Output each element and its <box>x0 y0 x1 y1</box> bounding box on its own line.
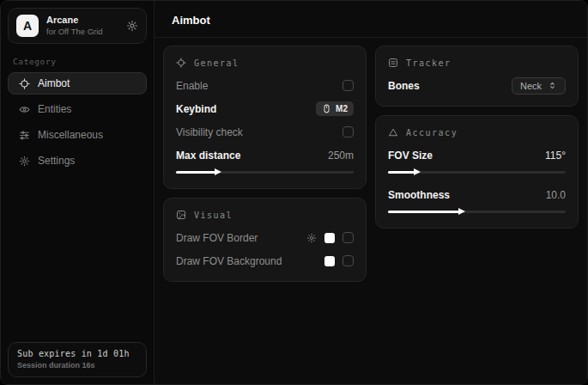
sidebar-item-label: Miscellaneous <box>38 129 103 141</box>
bones-label: Bones <box>388 80 420 92</box>
category-label: Category <box>13 57 142 66</box>
gear-icon[interactable] <box>306 233 317 243</box>
visibility-check-row: Visibility check <box>176 123 354 141</box>
gear-icon <box>19 156 30 167</box>
triangle-icon <box>388 127 398 138</box>
slider-thumb[interactable] <box>458 208 465 215</box>
sidebar-item-entities[interactable]: Entities <box>8 98 147 120</box>
sidebar-item-label: Entities <box>38 103 71 115</box>
app-subtitle: for Off The Grid <box>46 27 103 37</box>
visibility-check-checkbox[interactable] <box>342 126 354 138</box>
visual-card: Visual Draw FOV Border Draw <box>163 198 367 282</box>
card-title: Accuracy <box>406 128 458 138</box>
draw-fov-background-checkbox[interactable] <box>342 255 354 266</box>
eye-icon <box>19 104 30 115</box>
keybind-label: Keybind <box>176 103 216 115</box>
smoothness-row: Smoothness 10.0 <box>388 186 566 204</box>
draw-fov-border-row: Draw FOV Border <box>176 229 354 247</box>
card-title: Visual <box>194 211 233 220</box>
main-header: Aimbot <box>155 1 587 38</box>
general-card: General Enable Keybind M2 <box>163 46 367 189</box>
image-icon <box>176 210 186 220</box>
crosshair-icon <box>19 78 30 89</box>
slider-thumb[interactable] <box>215 168 221 175</box>
fov-border-color-swatch[interactable] <box>324 233 335 243</box>
keybind-value: M2 <box>336 104 348 113</box>
max-distance-row: Max distance 250m <box>176 146 354 164</box>
max-distance-slider[interactable] <box>176 167 354 177</box>
fov-size-row: FOV Size 115° <box>388 146 566 164</box>
sidebar-item-aimbot[interactable]: Aimbot <box>8 72 147 95</box>
sub-expires-text: Sub expires in 1d 01h <box>17 349 137 358</box>
crosshair-icon <box>176 58 186 68</box>
app-window: A Arcane for Off The Grid Category Aimbo… <box>0 0 588 385</box>
chevron-up-down-icon <box>548 81 557 90</box>
keybind-button[interactable]: M2 <box>316 101 354 116</box>
fov-size-label: FOV Size <box>388 150 433 162</box>
bones-row: Bones Neck <box>388 76 566 95</box>
card-title: Tracker <box>406 58 452 68</box>
sliders-icon <box>19 130 30 141</box>
brand-card: A Arcane for Off The Grid <box>8 8 147 44</box>
card-title: General <box>194 58 239 68</box>
smoothness-value: 10.0 <box>546 189 566 201</box>
keybind-row: Keybind M2 <box>176 100 354 118</box>
fov-background-color-swatch[interactable] <box>324 256 335 266</box>
slider-thumb[interactable] <box>414 168 421 175</box>
draw-fov-border-checkbox[interactable] <box>342 232 354 243</box>
draw-fov-border-label: Draw FOV Border <box>176 232 258 244</box>
sidebar-item-settings[interactable]: Settings <box>8 150 147 172</box>
bones-selected-value: Neck <box>520 81 542 91</box>
scan-icon <box>388 58 398 68</box>
draw-fov-background-row: Draw FOV Background <box>176 252 354 270</box>
main-panel: Aimbot General Enable <box>155 1 587 384</box>
max-distance-value: 250m <box>328 150 354 162</box>
tracker-card: Tracker Bones Neck <box>375 46 579 107</box>
session-duration-text: Session duration 16s <box>17 361 137 370</box>
smoothness-label: Smoothness <box>388 189 450 201</box>
content-area: General Enable Keybind M2 <box>155 38 587 384</box>
bones-select[interactable]: Neck <box>512 77 566 95</box>
app-title: Arcane <box>46 15 103 27</box>
visibility-check-label: Visibility check <box>176 126 243 138</box>
app-logo: A <box>16 15 39 37</box>
enable-label: Enable <box>176 80 208 92</box>
fov-size-value: 115° <box>545 150 566 162</box>
smoothness-slider[interactable] <box>388 206 566 217</box>
subscription-status-card: Sub expires in 1d 01h Session duration 1… <box>8 342 147 377</box>
page-title: Aimbot <box>172 14 210 27</box>
draw-fov-background-label: Draw FOV Background <box>176 255 282 267</box>
sidebar-item-label: Settings <box>38 155 75 167</box>
mouse-icon <box>322 104 331 113</box>
enable-checkbox[interactable] <box>342 80 354 91</box>
enable-row: Enable <box>176 76 354 95</box>
sidebar: A Arcane for Off The Grid Category Aimbo… <box>1 1 155 384</box>
fov-size-slider[interactable] <box>388 167 566 177</box>
gear-icon[interactable] <box>126 20 138 32</box>
sidebar-item-miscellaneous[interactable]: Miscellaneous <box>8 124 147 146</box>
accuracy-card: Accuracy FOV Size 115° Smoothness <box>375 115 579 229</box>
max-distance-label: Max distance <box>176 150 240 162</box>
sidebar-item-label: Aimbot <box>38 77 70 89</box>
